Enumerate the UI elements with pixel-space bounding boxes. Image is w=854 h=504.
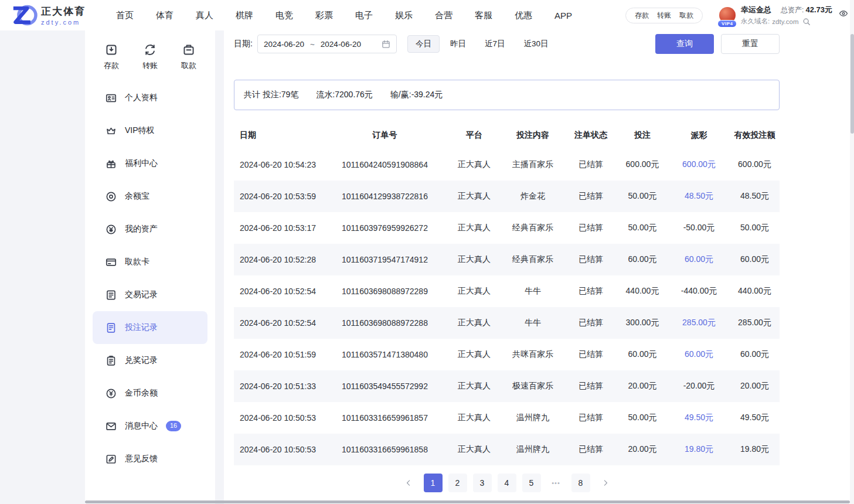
sidebar-item-4[interactable]: 我的资产 [93, 213, 207, 246]
range-preset-0[interactable]: 今日 [407, 35, 440, 53]
range-preset-3[interactable]: 近30日 [515, 35, 556, 53]
sidebar-item-10[interactable]: 消息中心16 [93, 410, 207, 442]
sidebar-item-2[interactable]: 福利中心 [93, 147, 207, 180]
withdraw-icon [182, 43, 195, 56]
cell-content: 极速百家乐 [501, 381, 565, 391]
nav-item-2[interactable]: 真人 [196, 10, 213, 21]
wallet-action-1[interactable]: 转账 [657, 11, 671, 21]
quick-action-label: 转账 [142, 60, 158, 71]
sidebar-item-9[interactable]: 金币余额 [93, 377, 207, 410]
cell-payout: 49.50元 [668, 413, 730, 423]
cell-date: 2024-06-20 10:53:59 [234, 192, 322, 201]
cell-valid: 440.00元 [730, 286, 780, 297]
query-button[interactable]: 查询 [655, 34, 714, 54]
sidebar-item-0[interactable]: 个人资料 [93, 81, 207, 114]
range-preset-1[interactable]: 昨日 [442, 35, 474, 53]
sidebar-item-3[interactable]: 余额宝 [93, 180, 207, 213]
sidebar-item-8[interactable]: 兑奖记录 [93, 344, 207, 377]
vip-badge: VIP4 [717, 20, 737, 28]
quick-action-deposit[interactable]: 存款 [104, 43, 119, 71]
cell-date: 2024-06-20 10:54:23 [234, 160, 322, 169]
nav-item-11[interactable]: APP [554, 11, 572, 21]
sidebar-item-1[interactable]: VIP特权 [93, 114, 207, 147]
yuebao-icon [106, 191, 117, 202]
page-button-3[interactable]: 3 [473, 474, 492, 492]
cell-date: 2024-06-20 10:51:33 [234, 382, 322, 391]
eye-icon[interactable] [839, 9, 848, 18]
sidebar-item-6[interactable]: 交易记录 [93, 278, 207, 311]
sidebar-item-11[interactable]: 意见反馈 [93, 442, 207, 475]
page-button-4[interactable]: 4 [498, 474, 516, 492]
page-button-5[interactable]: 5 [522, 474, 541, 492]
cell-order: 1011603316659961857 [322, 413, 448, 423]
quick-action-label: 取款 [181, 60, 196, 71]
cell-bet: 20.00元 [617, 444, 668, 455]
cell-status: 已结算 [565, 444, 617, 455]
cell-date: 2024-06-20 10:50:53 [234, 445, 322, 454]
quick-action-transfer[interactable]: 转账 [142, 43, 158, 71]
nav-item-10[interactable]: 优惠 [515, 10, 532, 21]
cell-order: 1011603976959926272 [322, 223, 448, 233]
date-from: 2024-06-20 [264, 40, 304, 49]
next-page-button[interactable] [596, 474, 615, 492]
cell-order: 1011604240591908864 [322, 160, 448, 169]
search-icon[interactable] [802, 18, 811, 26]
page-button-8[interactable]: 8 [571, 474, 590, 492]
cell-date: 2024-06-20 10:53:17 [234, 223, 322, 233]
date-range-input[interactable]: 2024-06-20 ~ 2024-06-20 [257, 35, 397, 53]
cell-payout: -50.00元 [668, 223, 730, 233]
nav-item-5[interactable]: 彩票 [315, 10, 333, 21]
vertical-scrollbar[interactable] [850, 0, 854, 504]
table-row: 2024-06-20 10:51:591011603571471380480正大… [234, 339, 780, 370]
quick-action-withdraw[interactable]: 取款 [181, 43, 196, 71]
wallet-action-0[interactable]: 存款 [635, 11, 649, 21]
date-label: 日期: [234, 39, 253, 49]
calendar-icon [382, 40, 390, 49]
vip-icon [106, 125, 117, 137]
nav-item-0[interactable]: 首页 [116, 10, 134, 21]
cell-payout: 19.80元 [668, 444, 730, 455]
table-row: 2024-06-20 10:50:531011603316659961858正大… [234, 434, 780, 465]
cell-date: 2024-06-20 10:52:54 [234, 287, 322, 296]
sidebar-item-5[interactable]: 取款卡 [93, 246, 207, 278]
cell-payout: 60.00元 [668, 254, 730, 265]
nav-item-4[interactable]: 电竞 [275, 10, 293, 21]
date-to: 2024-06-20 [321, 40, 361, 49]
page-button-1[interactable]: 1 [424, 474, 443, 492]
assets-value: 42.73元 [805, 5, 832, 15]
domain-value: zdty.com [772, 18, 798, 25]
range-preset-2[interactable]: 近7日 [477, 35, 513, 53]
reset-button[interactable]: 重置 [721, 34, 780, 54]
sidebar-item-label: 余额宝 [125, 191, 149, 202]
vertical-scrollbar-thumb[interactable] [850, 34, 854, 134]
cell-payout: 48.50元 [668, 191, 730, 202]
wallet-action-2[interactable]: 取款 [679, 11, 693, 21]
nav-item-6[interactable]: 电子 [355, 10, 373, 21]
page-button-2[interactable]: 2 [448, 474, 467, 492]
cell-valid: 50.00元 [730, 223, 780, 233]
brand-logo[interactable]: 正大体育 zdty.com [11, 4, 86, 27]
nav-item-8[interactable]: 合营 [435, 10, 452, 21]
sidebar-item-label: VIP特权 [125, 125, 155, 136]
horizontal-scrollbar-thumb[interactable] [85, 500, 850, 503]
nav-item-9[interactable]: 客服 [475, 10, 492, 21]
coin-icon [106, 388, 117, 399]
sidebar-item-7[interactable]: 投注记录 [93, 311, 207, 344]
nav-item-1[interactable]: 体育 [156, 10, 173, 21]
brand-domain: zdty.com [41, 19, 86, 26]
nav-item-3[interactable]: 棋牌 [236, 10, 253, 21]
sidebar-item-label: 投注记录 [125, 322, 158, 333]
pagination: 12345•••8 [234, 474, 780, 492]
page-ellipsis[interactable]: ••• [547, 474, 566, 492]
chevron-left-icon [404, 479, 413, 487]
sidebar-item-label: 个人资料 [125, 93, 158, 103]
prev-page-button[interactable] [399, 474, 418, 492]
page: 正大体育 zdty.com 首页体育真人棋牌电竞彩票电子娱乐合营客服优惠APP … [0, 0, 854, 504]
summary-bar: 共计 投注:79笔流水:7200.76元输/赢:-39.24元 [234, 80, 780, 110]
horizontal-scrollbar[interactable] [85, 500, 850, 504]
bets-icon [106, 322, 117, 333]
nav-item-7[interactable]: 娱乐 [395, 10, 413, 21]
cell-content: 炸金花 [501, 191, 565, 202]
cell-content: 经典百家乐 [501, 223, 565, 233]
cell-content: 主播百家乐 [501, 159, 565, 170]
